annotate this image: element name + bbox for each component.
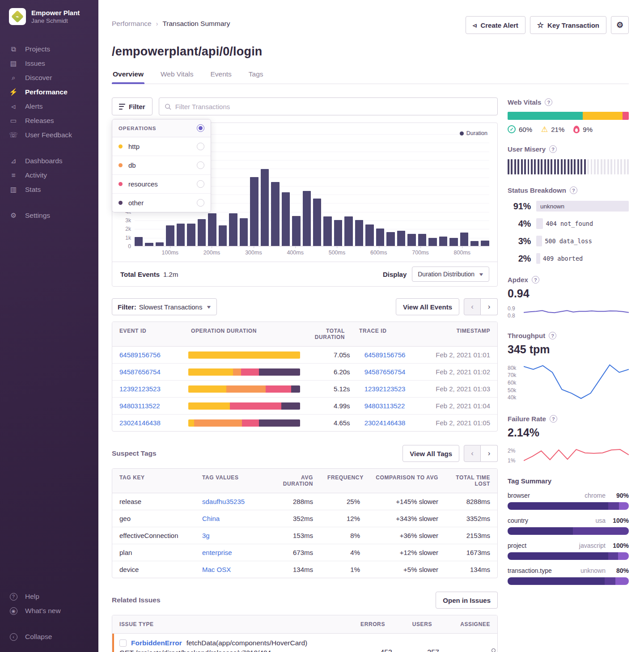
tag-value-link[interactable]: enterprise xyxy=(202,549,232,556)
histogram-bar[interactable] xyxy=(386,232,394,246)
key-transaction-button[interactable]: ☆ Key Transaction xyxy=(530,16,606,34)
issue-row[interactable]: ForbiddenError fetchData(app/components/… xyxy=(112,634,497,652)
display-select[interactable]: Duration Distribution ▼ xyxy=(412,267,489,282)
histogram-bar[interactable] xyxy=(208,213,216,246)
histogram-bar[interactable] xyxy=(292,216,300,246)
histogram-bar[interactable] xyxy=(313,199,321,246)
tab-tags[interactable]: Tags xyxy=(248,70,264,84)
settings-button[interactable]: ⚙ xyxy=(611,16,629,34)
breadcrumb-performance[interactable]: Performance xyxy=(112,20,152,28)
sidebar-item-alerts[interactable]: ⏿Alerts xyxy=(0,99,98,114)
help-icon[interactable]: ? xyxy=(550,415,557,423)
operations-dropdown-header[interactable]: OPERATIONS xyxy=(112,119,211,137)
operation-option-resources[interactable]: resources xyxy=(112,175,211,194)
help-icon[interactable]: ? xyxy=(570,186,577,194)
histogram-bar[interactable] xyxy=(460,233,468,246)
histogram-bar[interactable] xyxy=(177,224,185,246)
issue-type-link[interactable]: ForbiddenError xyxy=(131,639,182,647)
help-icon[interactable]: ? xyxy=(532,276,539,284)
sidebar-item-stats[interactable]: ▥Stats xyxy=(0,182,98,197)
operation-radio[interactable] xyxy=(197,161,204,169)
histogram-bar[interactable] xyxy=(428,238,436,246)
trace-id-link[interactable]: 94587656754 xyxy=(364,368,406,376)
tab-events[interactable]: Events xyxy=(209,70,232,84)
pager-next-button[interactable]: › xyxy=(481,298,498,315)
open-in-issues-button[interactable]: Open in Issues xyxy=(436,592,498,609)
tag-value-link[interactable]: Mac OSX xyxy=(202,566,231,573)
operation-radio[interactable] xyxy=(197,180,204,188)
tab-web-vitals[interactable]: Web Vitals xyxy=(160,70,195,84)
operation-radio[interactable] xyxy=(197,199,204,207)
sidebar-item-performance[interactable]: ⚡Performance xyxy=(0,85,98,99)
operation-option-http[interactable]: http xyxy=(112,137,211,156)
tag-value-link[interactable]: sdaufhu35235 xyxy=(202,498,245,505)
event-id-link[interactable]: 12392123523 xyxy=(119,385,161,393)
pager-next-button[interactable]: › xyxy=(481,445,498,462)
histogram-bar[interactable] xyxy=(439,237,447,246)
sidebar-item-activity[interactable]: ≡Activity xyxy=(0,168,98,182)
histogram-bar[interactable] xyxy=(470,241,479,246)
histogram-bar[interactable] xyxy=(219,225,227,246)
histogram-bar[interactable] xyxy=(156,242,164,246)
operations-radio-checked[interactable] xyxy=(197,124,204,132)
tag-value-link[interactable]: China xyxy=(202,515,220,522)
view-all-events-button[interactable]: View All Events xyxy=(396,298,459,315)
histogram-bar[interactable] xyxy=(407,234,415,246)
histogram-bar[interactable] xyxy=(229,213,237,246)
sidebar-item-projects[interactable]: ⧉Projects xyxy=(0,42,98,56)
sidebar-item-issues[interactable]: ▤Issues xyxy=(0,56,98,71)
histogram-bar[interactable] xyxy=(355,220,363,246)
histogram-bar[interactable] xyxy=(449,238,458,246)
sidebar-item-collapse[interactable]: ‹Collapse xyxy=(0,630,98,644)
trace-id-link[interactable]: 12392123523 xyxy=(364,385,406,393)
histogram-bar[interactable] xyxy=(250,177,258,246)
histogram-bar[interactable] xyxy=(135,237,143,246)
histogram-bar[interactable] xyxy=(397,231,405,246)
events-filter-select[interactable]: Filter: Slowest Transactions ▼ xyxy=(112,298,217,315)
chart-legend[interactable]: Duration xyxy=(460,130,487,136)
histogram-bar[interactable] xyxy=(418,234,426,246)
sidebar-item-discover[interactable]: ⌕Discover xyxy=(0,71,98,85)
pager-prev-button[interactable]: ‹ xyxy=(464,445,481,462)
sidebar-item-releases[interactable]: ▭Releases xyxy=(0,114,98,128)
operation-option-other[interactable]: other xyxy=(112,194,211,212)
histogram-bar[interactable] xyxy=(282,192,290,246)
filter-button[interactable]: Filter xyxy=(112,97,153,115)
help-icon[interactable]: ? xyxy=(545,98,552,106)
tab-overview[interactable]: Overview xyxy=(112,70,144,84)
tag-value-link[interactable]: 3g xyxy=(202,532,210,539)
trace-id-link[interactable]: 94803113522 xyxy=(364,402,405,410)
histogram-bar[interactable] xyxy=(166,225,174,246)
event-id-link[interactable]: 94803113522 xyxy=(119,402,160,410)
event-id-link[interactable]: 23024146438 xyxy=(119,419,161,427)
histogram-bar[interactable] xyxy=(198,219,206,246)
help-icon[interactable]: ? xyxy=(549,332,556,339)
histogram-bar[interactable] xyxy=(271,182,279,246)
issue-checkbox[interactable] xyxy=(119,639,127,647)
create-alert-button[interactable]: ⏿ Create Alert xyxy=(466,16,525,34)
histogram-bar[interactable] xyxy=(240,218,248,246)
histogram-bar[interactable] xyxy=(261,169,269,246)
search-input[interactable] xyxy=(175,103,492,110)
histogram-bar[interactable] xyxy=(376,229,384,246)
help-icon[interactable]: ? xyxy=(549,145,557,153)
sidebar-item-user-feedback[interactable]: ☏User Feedback xyxy=(0,128,98,142)
event-id-link[interactable]: 94587656754 xyxy=(119,368,161,376)
operation-radio[interactable] xyxy=(197,143,204,150)
assignee-icon[interactable] xyxy=(489,648,497,652)
org-switcher[interactable]: ⌁ Empower Plant Jane Schmidt xyxy=(0,8,98,25)
sidebar-item-dashboards[interactable]: ⊿Dashboards xyxy=(0,154,98,168)
trace-id-link[interactable]: 23024146438 xyxy=(364,419,406,427)
trace-id-link[interactable]: 64589156756 xyxy=(364,351,406,359)
histogram-bar[interactable] xyxy=(145,243,153,246)
histogram-bar[interactable] xyxy=(365,224,373,246)
histogram-bar[interactable] xyxy=(344,216,352,246)
sidebar-item-what-s-new[interactable]: ◉What's new xyxy=(0,604,98,618)
histogram-bar[interactable] xyxy=(481,241,489,246)
view-all-tags-button[interactable]: View All Tags xyxy=(402,445,459,462)
event-id-link[interactable]: 64589156756 xyxy=(119,351,161,359)
histogram-bar[interactable] xyxy=(334,220,342,246)
sidebar-item-help[interactable]: ?Help xyxy=(0,589,98,604)
histogram-bar[interactable] xyxy=(303,191,311,246)
histogram-bar[interactable] xyxy=(323,216,331,246)
